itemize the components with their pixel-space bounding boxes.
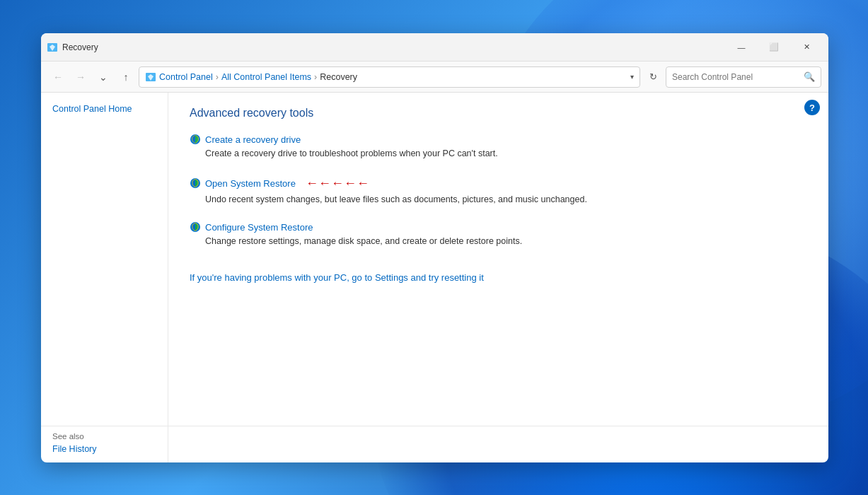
search-box: 🔍	[666, 66, 821, 88]
breadcrumb-dropdown-button[interactable]: ▾	[630, 73, 634, 81]
create-recovery-drive-block: Create a recovery drive Create a recover…	[190, 134, 807, 161]
maximize-button[interactable]: ⬜	[758, 33, 790, 62]
configure-system-restore-link[interactable]: Configure System Restore	[205, 222, 313, 233]
arrow-annotation: ←←←←←	[306, 176, 369, 191]
refresh-button[interactable]: ↻	[643, 67, 663, 87]
reset-settings-link[interactable]: If you're having problems with your PC, …	[190, 272, 484, 283]
sidebar-item-control-panel-home[interactable]: Control Panel Home	[41, 101, 168, 117]
shield-icon-restore	[190, 177, 201, 189]
configure-system-restore-desc: Change restore settings, manage disk spa…	[205, 235, 807, 248]
open-system-restore-link[interactable]: Open System Restore	[205, 178, 296, 189]
main-content: ? Advanced recovery tools Create a recov…	[168, 93, 828, 426]
minimize-button[interactable]: —	[725, 33, 758, 62]
breadcrumb-recovery-icon	[145, 71, 156, 83]
titlebar: Recovery — ⬜ ✕	[41, 33, 828, 62]
item-link-row-restore: Open System Restore ←←←←←	[190, 176, 807, 191]
help-button[interactable]: ?	[804, 100, 820, 115]
window-icon	[47, 42, 58, 53]
breadcrumb-sep-1: ›	[216, 72, 219, 82]
item-link-row-configure: Configure System Restore	[190, 221, 807, 233]
back-button[interactable]: ←	[48, 67, 68, 87]
open-system-restore-desc: Undo recent system changes, but leave fi…	[205, 194, 807, 206]
open-system-restore-block: Open System Restore ←←←←← Undo recent sy…	[190, 176, 807, 206]
recent-locations-button[interactable]: ⌄	[93, 67, 113, 87]
shield-icon-configure	[190, 221, 201, 233]
search-input[interactable]	[672, 72, 804, 82]
create-recovery-drive-desc: Create a recovery drive to troubleshoot …	[205, 148, 807, 161]
shield-icon-create	[190, 134, 201, 145]
addressbar: ← → ⌄ ↑ Control Panel › All Control Pane…	[41, 62, 828, 93]
see-also-label: See also	[52, 432, 156, 441]
window-title: Recovery	[62, 42, 725, 52]
up-button[interactable]: ↑	[116, 67, 136, 87]
section-title: Advanced recovery tools	[190, 107, 807, 120]
create-recovery-drive-link[interactable]: Create a recovery drive	[205, 134, 301, 145]
breadcrumb-all-items[interactable]: All Control Panel Items	[221, 72, 311, 82]
window: Recovery — ⬜ ✕ ← → ⌄ ↑ Control Panel › A…	[41, 33, 828, 462]
footer-spacer	[168, 426, 828, 462]
file-history-link[interactable]: File History	[52, 444, 97, 454]
content-area: Control Panel Home ? Advanced recovery t…	[41, 93, 828, 426]
item-link-row-create: Create a recovery drive	[190, 134, 807, 145]
see-also-area: See also File History	[41, 426, 168, 462]
titlebar-controls: — ⬜ ✕	[725, 33, 823, 62]
close-button[interactable]: ✕	[790, 33, 823, 62]
forward-button[interactable]: →	[71, 67, 91, 87]
breadcrumb-current: Recovery	[320, 72, 357, 82]
breadcrumb-sep-2: ›	[314, 72, 317, 82]
breadcrumb-control-panel[interactable]: Control Panel	[159, 72, 213, 82]
configure-system-restore-block: Configure System Restore Change restore …	[190, 221, 807, 248]
search-button[interactable]: 🔍	[804, 71, 815, 82]
sidebar: Control Panel Home	[41, 93, 168, 426]
breadcrumb-bar: Control Panel › All Control Panel Items …	[139, 66, 640, 88]
